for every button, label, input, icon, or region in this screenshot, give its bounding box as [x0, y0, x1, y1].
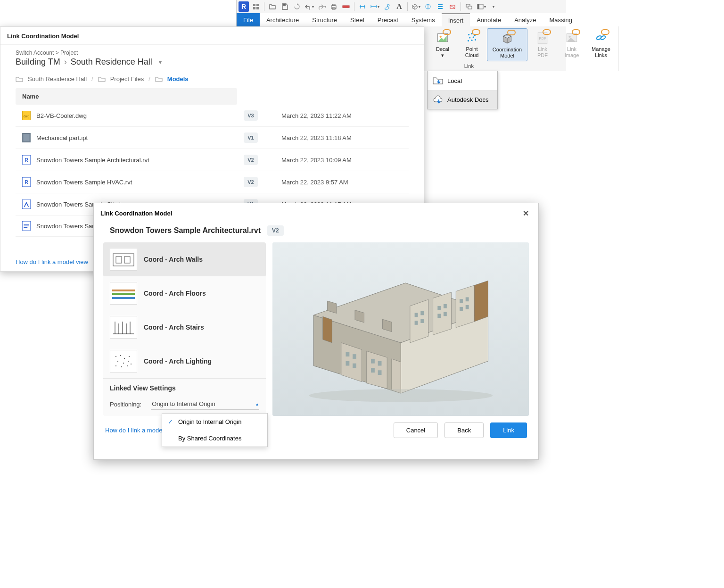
tab-file[interactable]: File: [237, 13, 260, 26]
svg-point-25: [471, 33, 472, 34]
svg-rect-2: [253, 7, 255, 9]
tab-steel[interactable]: Steel: [344, 13, 371, 26]
file-row[interactable]: Mechanical part.iptV1March 22, 2023 11:1…: [16, 127, 409, 149]
view-thumb-icon: [110, 316, 137, 339]
qat-print-icon[interactable]: [329, 1, 339, 12]
link-button[interactable]: Link: [490, 422, 527, 438]
file-dwg-icon: dwg: [22, 111, 31, 120]
svg-rect-84: [465, 305, 469, 309]
svg-rect-4: [283, 4, 286, 6]
pos-option-origin[interactable]: Origin to Internal Origin: [162, 414, 267, 430]
svg-rect-69: [371, 359, 375, 364]
svg-rect-71: [371, 368, 375, 373]
file-row[interactable]: RSnowdon Towers Sample HVAC.rvtV2March 2…: [16, 171, 409, 193]
cancel-button[interactable]: Cancel: [394, 422, 438, 438]
svg-rect-1: [256, 4, 259, 6]
svg-rect-8: [343, 6, 349, 8]
tab-insert[interactable]: Insert: [442, 13, 470, 26]
tab-annotate[interactable]: Annotate: [470, 13, 508, 26]
svg-point-54: [115, 356, 116, 357]
version-badge: V2: [244, 177, 258, 187]
version-badge: V1: [244, 133, 258, 143]
qat-close-hidden-icon[interactable]: [447, 1, 458, 12]
view-item[interactable]: Coord - Arch Floors: [103, 276, 266, 310]
qat-app-menu-icon[interactable]: [251, 1, 261, 12]
path-seg-active[interactable]: Models: [167, 75, 189, 83]
manage-links-button[interactable]: ManageLinks: [587, 28, 615, 61]
coordination-model-dropdown: Local Autodesk Docs: [427, 71, 498, 109]
positioning-dropdown[interactable]: Origin to Internal Origin ▴: [151, 398, 259, 410]
svg-rect-3: [256, 7, 259, 9]
tab-precast[interactable]: Precast: [371, 13, 405, 26]
qat-text-icon[interactable]: A: [394, 1, 404, 12]
svg-text:R: R: [25, 180, 28, 185]
qat-thinlines-icon[interactable]: [435, 1, 445, 12]
close-button[interactable]: ✕: [520, 208, 532, 219]
svg-rect-53: [112, 297, 135, 299]
qat-section-icon[interactable]: [423, 1, 433, 12]
revit-logo[interactable]: R: [239, 1, 249, 12]
svg-text:R: R: [25, 157, 28, 163]
qat-redo-icon[interactable]: ▾: [316, 1, 327, 12]
tab-structure[interactable]: Structure: [305, 13, 344, 26]
svg-rect-48: [113, 254, 134, 266]
svg-rect-72: [378, 371, 381, 375]
svg-rect-73: [414, 313, 418, 317]
coord-dd-local[interactable]: Local: [428, 71, 497, 90]
svg-rect-6: [332, 4, 335, 6]
svg-rect-41: [23, 134, 29, 141]
view-item[interactable]: Coord - Arch Lighting: [103, 344, 266, 378]
qat-dimension-icon[interactable]: ▾: [370, 1, 380, 12]
svg-point-24: [468, 34, 469, 35]
tab-architecture[interactable]: Architecture: [260, 13, 305, 26]
svg-rect-83: [460, 307, 463, 311]
version-badge: V2: [267, 225, 284, 236]
folder-icon: [155, 76, 163, 83]
point-cloud-button[interactable]: PointCloud: [458, 28, 486, 61]
view-item[interactable]: Coord - Arch Walls: [103, 242, 266, 276]
qat-undo-icon[interactable]: ▾: [304, 1, 314, 12]
coord-model-button[interactable]: CoordinationModel: [487, 28, 527, 61]
qat-sync-icon[interactable]: [292, 1, 302, 12]
qat-open-icon[interactable]: [267, 1, 278, 12]
svg-point-58: [117, 361, 118, 362]
col-name[interactable]: Name: [16, 88, 237, 105]
help-link[interactable]: How do I link a model view: [16, 258, 88, 265]
path-seg[interactable]: Project Files: [110, 75, 144, 83]
tab-analyze[interactable]: Analyze: [508, 13, 543, 26]
qat-default3d-icon[interactable]: ▾: [411, 1, 421, 12]
pos-option-shared[interactable]: By Shared Coordinates: [162, 430, 267, 447]
decal-button[interactable]: Decal▾: [428, 28, 457, 61]
qat-tag-icon[interactable]: [382, 1, 392, 12]
path-seg[interactable]: South Residence Hall: [28, 75, 87, 83]
svg-rect-49: [116, 257, 122, 263]
project-breadcrumb[interactable]: Building TM › South Residence Hall ▾: [16, 57, 409, 67]
views-list: Coord - Arch WallsCoord - Arch FloorsCoo…: [103, 242, 266, 416]
svg-point-23: [440, 36, 442, 38]
file-row[interactable]: dwgB2-VB-Cooler.dwgV3March 22, 2023 11:2…: [16, 105, 409, 127]
svg-rect-67: [346, 361, 349, 366]
tab-massing[interactable]: Massing: [543, 13, 578, 26]
back-button[interactable]: Back: [444, 422, 484, 438]
qat-measure-icon[interactable]: [341, 1, 351, 12]
qat-save-icon[interactable]: [280, 1, 290, 12]
tab-systems[interactable]: Systems: [405, 13, 442, 26]
view-item[interactable]: Coord - Arch Stairs: [103, 310, 266, 344]
switch-account-link[interactable]: Switch Account > Project: [16, 50, 409, 56]
qat-switch-icon[interactable]: [464, 1, 474, 12]
svg-rect-76: [420, 319, 424, 323]
svg-rect-70: [378, 361, 381, 366]
coord-dd-autodesk-docs[interactable]: Autodesk Docs: [428, 90, 497, 109]
qat-ui-icon[interactable]: ▾: [476, 1, 486, 12]
svg-point-59: [123, 363, 124, 364]
positioning-options-popup: Origin to Internal Origin By Shared Coor…: [162, 413, 268, 447]
folder-icon: [432, 76, 444, 85]
model-preview: [272, 242, 529, 416]
svg-rect-52: [112, 293, 135, 295]
version-badge: V2: [244, 155, 258, 165]
qat-customize-icon[interactable]: ▾: [488, 1, 499, 12]
qat-align-icon[interactable]: [357, 1, 368, 12]
file-row[interactable]: RSnowdon Towers Sample Architectural.rvt…: [16, 149, 409, 171]
svg-rect-78: [444, 304, 447, 308]
chevron-down-icon[interactable]: ▾: [159, 59, 162, 66]
